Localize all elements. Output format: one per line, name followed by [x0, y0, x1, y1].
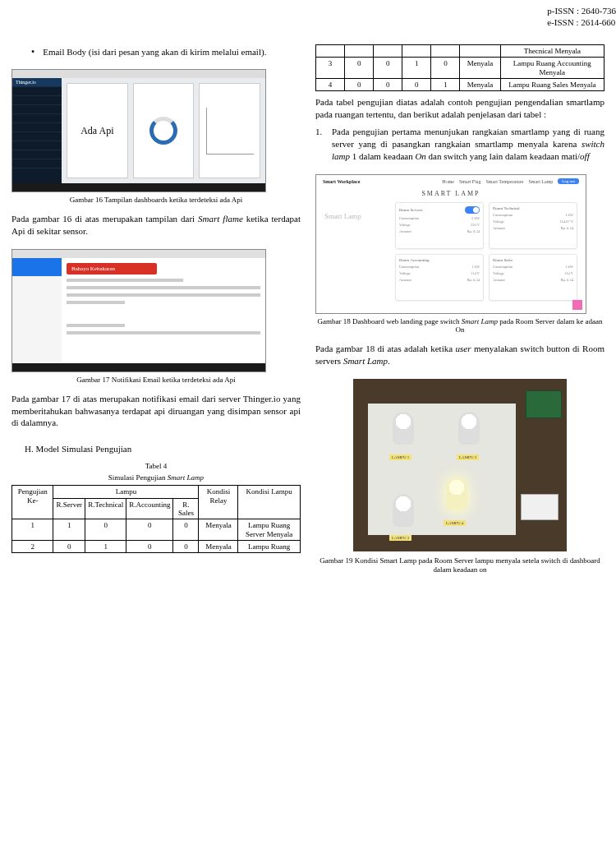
figure-19-image: LAMPU 1 LAMPU 2 LAMPU 3 LAMPU 4: [353, 379, 567, 551]
issn-block: p-ISSN : 2640-736 e-ISSN : 2614-660: [547, 5, 616, 29]
right-column: Thecnical Menyala 3 0 0 1 0 Menyala Lamp…: [315, 44, 605, 582]
th-rserver: R.Server: [53, 498, 85, 519]
side-label: Smart Lamp: [324, 202, 390, 301]
figure-17-image: Bahaya Kebakaran: [11, 249, 266, 372]
th-raccou: R.Accounting: [126, 498, 173, 519]
th-pengujian: Pengujian Ke-: [12, 486, 53, 519]
th-rtech: R.Technical: [85, 498, 126, 519]
logout-button[interactable]: Log out: [558, 178, 579, 184]
figure-16: Thinger.io Ada Api: [11, 69, 301, 192]
figure-16-image: Thinger.io Ada Api: [11, 69, 266, 192]
table-row: 4 0 0 0 1 Menyala Lampu Ruang Sales Meny…: [316, 79, 605, 91]
brand-label: Smart Workplace: [323, 179, 360, 184]
email-subject: Bahaya Kebakaran: [67, 263, 157, 274]
thinger-brand: Thinger.io: [12, 78, 62, 87]
th-relay: Kondisi Relay: [199, 486, 238, 519]
room-technical-card: Room Technical Consumption1 kW Voltage11…: [489, 202, 577, 249]
left-column: • Email Body (isi dari pesan yang akan d…: [11, 44, 301, 582]
gauge-panel: [133, 83, 195, 178]
figure-19: LAMPU 1 LAMPU 2 LAMPU 3 LAMPU 4: [315, 379, 605, 551]
scroll-indicator-icon: [572, 300, 582, 310]
socket-icon: [521, 494, 559, 520]
figure-18-caption: Gambar 18 Dashboard web landing page swi…: [315, 317, 605, 335]
table-explain-intro: Pada tabel pengujian diatas adalah conto…: [315, 96, 605, 121]
lamp-label: LAMPU 1: [389, 454, 411, 460]
bullet-item: • Email Body (isi dari pesan yang akan d…: [31, 46, 301, 58]
lamp-on-icon: [446, 477, 467, 510]
paragraph-16: Pada gambar 16 di atas merupakan tampila…: [11, 213, 301, 238]
lamp-icon: [393, 494, 414, 527]
figure-19-caption: Gambar 19 Kondisi Smart Lamp pada Room S…: [315, 556, 605, 574]
room-sales-card: Room Sales Consumption1 kW Voltage114 V …: [489, 254, 577, 301]
th-rsales: R. Sales: [173, 498, 199, 519]
paragraph-17: Pada gambar 17 di atas merupakan notifik…: [11, 393, 301, 430]
lamp-label: LAMPU 4: [444, 520, 466, 526]
figure-18-image: Smart Workplace Home Smart Flag Smart Te…: [315, 174, 586, 314]
table-4-continued: Thecnical Menyala 3 0 0 1 0 Menyala Lamp…: [315, 44, 605, 91]
list-item: 1. Pada pengujian pertama menunjukan ran…: [315, 126, 605, 163]
fire-status-panel: Ada Api: [67, 83, 128, 178]
paragraph-18: Pada gambar 18 di atas adalah ketika use…: [315, 343, 605, 367]
table-row: 3 0 0 1 0 Menyala Lampu Ruang Accounting…: [316, 58, 605, 79]
th-kondisi: Kondisi Lampu: [238, 486, 301, 519]
lamp-label: LAMPU 2: [457, 454, 479, 460]
table-row: 2 0 1 0 0 Menyala Lampu Ruang: [12, 540, 301, 552]
toggle-on-icon[interactable]: [465, 206, 480, 214]
lamp-label: LAMPU 3: [389, 535, 411, 541]
page-banner: SMART LAMP: [316, 188, 586, 199]
table-row: 1 1 0 0 0 Menyala Lampu Ruang Server Men…: [12, 519, 301, 541]
lamp-icon: [458, 412, 480, 445]
table-4-number: Tabel 4: [11, 462, 301, 470]
lamp-icon: [393, 412, 414, 445]
bullet-text: Email Body (isi dari pesan yang akan di …: [43, 46, 266, 58]
two-column-layout: • Email Body (isi dari pesan yang akan d…: [11, 44, 605, 582]
controller-box-icon: [526, 390, 562, 418]
e-issn: e-ISSN : 2614-660: [547, 16, 616, 28]
numbered-list: 1. Pada pengujian pertama menunjukan ran…: [315, 126, 605, 163]
figure-18: Smart Workplace Home Smart Flag Smart Te…: [315, 174, 605, 314]
figure-17-caption: Gambar 17 Notifikasi Email ketika terdet…: [11, 376, 301, 385]
p-issn: p-ISSN : 2640-736: [547, 5, 616, 16]
table-row: Thecnical Menyala: [316, 45, 605, 58]
th-lampu: Lampu: [53, 486, 199, 498]
figure-16-caption: Gambar 16 Tampilan dashboards ketika ter…: [11, 196, 301, 205]
chart-panel: [199, 83, 260, 178]
table-4: Pengujian Ke- Lampu Kondisi Relay Kondis…: [11, 485, 301, 553]
figure-17: Bahaya Kebakaran: [11, 249, 301, 372]
table-4-title: Simulasi Pengujian Smart Lamp: [11, 473, 301, 482]
bullet-icon: •: [31, 46, 34, 58]
room-accounting-card: Room Accounting Consumption1 kW Voltage1…: [395, 254, 484, 301]
section-h-heading: H. Model Simulasi Pengujian: [25, 444, 301, 454]
room-servers-card: Room Servers Consumption2 kW Voltage220 …: [395, 202, 484, 249]
